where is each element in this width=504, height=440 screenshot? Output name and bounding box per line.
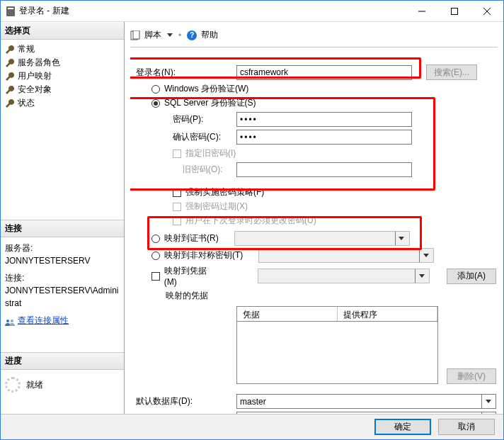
wrench-icon <box>5 98 15 108</box>
wrench-icon <box>5 85 15 95</box>
checkbox-must-change: 用户在下次登录时必须更改密码(U) <box>132 215 496 227</box>
old-password-label: 旧密码(O): <box>132 164 236 176</box>
cred-table-body[interactable] <box>236 322 438 384</box>
radio-map-asym[interactable]: 映射到非对称密钥(T) <box>132 248 496 263</box>
chevron-down-icon <box>399 237 404 240</box>
status-text: 就绪 <box>26 379 43 391</box>
minimize-button[interactable] <box>406 1 438 21</box>
nav-label: 安全对象 <box>18 84 52 96</box>
app-icon <box>6 6 15 16</box>
checkbox-label: 用户在下次登录时必须更改密码(U) <box>185 215 316 227</box>
left-panel: 选择页 常规 服务器角色 用户映射 安全对象 状态 连接 服务器: JONNYT… <box>1 22 125 414</box>
checkbox-map-cred[interactable]: 映射到凭据(M) 添加(A) <box>132 265 496 287</box>
nav-server-roles[interactable]: 服务器角色 <box>4 56 121 69</box>
people-icon <box>5 317 15 324</box>
radio-map-cert[interactable]: 映射到证书(R) <box>132 231 496 246</box>
svg-rect-7 <box>133 30 139 39</box>
th-provider: 提供程序 <box>338 307 438 321</box>
wrench-icon <box>5 45 15 55</box>
script-icon <box>130 30 140 40</box>
right-panel: 脚本 • ? 帮助 登录名(N): 搜索(E)... Windows 身份验证(… <box>125 22 503 414</box>
window-title: 登录名 - 新建 <box>19 5 406 17</box>
help-icon: ? <box>187 30 197 40</box>
chevron-down-icon <box>486 400 491 403</box>
remove-button[interactable]: 删除(V) <box>447 368 496 384</box>
svg-rect-1 <box>452 8 458 14</box>
nav-user-mapping[interactable]: 用户映射 <box>4 69 121 83</box>
add-button[interactable]: 添加(A) <box>447 269 496 284</box>
radio-label: 映射到证书(R) <box>164 232 219 244</box>
wrench-icon <box>5 58 15 68</box>
radio-windows-auth[interactable]: Windows 身份验证(W) <box>132 83 496 95</box>
checkbox-icon <box>173 217 181 225</box>
ok-button[interactable]: 确定 <box>374 419 431 435</box>
checkbox-label: 强制密码过期(X) <box>185 201 248 213</box>
radio-label: 映射到非对称密钥(T) <box>164 249 243 261</box>
checkbox-enforce-policy[interactable]: 强制实施密码策略(F) <box>132 186 496 198</box>
confirm-password-label: 确认密码(C): <box>132 131 236 143</box>
cancel-button[interactable]: 取消 <box>438 419 495 435</box>
default-lang-combo[interactable]: <默认> <box>236 412 496 414</box>
nav-label: 常规 <box>18 43 35 55</box>
dialog-footer: 确定 取消 <box>1 414 503 439</box>
combo-value: master <box>240 397 481 407</box>
login-new-window: 登录名 - 新建 选择页 常规 服务器角色 用户映射 安全对象 状态 连接 服务… <box>0 0 504 440</box>
login-name-input[interactable] <box>236 65 412 80</box>
conn-value: JONNYTESTERSERV\Administrat <box>5 284 120 310</box>
help-label[interactable]: 帮助 <box>201 29 218 41</box>
radio-sql-auth[interactable]: SQL Server 身份验证(S) <box>132 97 496 109</box>
nav-label: 状态 <box>18 97 35 109</box>
wrench-icon <box>5 72 15 81</box>
progress-header: 进度 <box>1 352 124 370</box>
connection-header: 连接 <box>1 220 124 237</box>
checkbox-icon <box>173 203 181 211</box>
close-button[interactable] <box>471 1 503 21</box>
connection-block: 服务器: JONNYTESTERSERV 连接: JONNYTESTERSERV… <box>1 237 124 331</box>
nav-status[interactable]: 状态 <box>4 96 121 110</box>
svg-point-5 <box>11 320 13 322</box>
maximize-button[interactable] <box>438 1 471 21</box>
password-input[interactable] <box>236 112 412 127</box>
cred-combo <box>258 269 430 283</box>
checkbox-specify-old: 指定旧密码(I) <box>132 147 496 159</box>
view-connection-props-link[interactable]: 查看连接属性 <box>18 314 69 327</box>
radio-icon <box>151 235 160 243</box>
mapped-cred-label: 映射的凭据 <box>132 290 496 302</box>
nav-general[interactable]: 常规 <box>4 43 121 56</box>
svg-point-4 <box>6 320 9 322</box>
cert-combo <box>234 231 410 246</box>
radio-icon <box>151 252 160 260</box>
login-name-label: 登录名(N): <box>132 67 236 79</box>
checkbox-enforce-expire: 强制密码过期(X) <box>132 201 496 213</box>
server-value: JONNYTESTERSERV <box>5 254 120 267</box>
select-page-header: 选择页 <box>1 22 124 40</box>
default-db-label: 默认数据库(D): <box>132 395 236 407</box>
script-dropdown-icon[interactable] <box>167 33 173 37</box>
nav-label: 用户映射 <box>18 70 52 82</box>
nav-list: 常规 服务器角色 用户映射 安全对象 状态 <box>1 40 124 115</box>
search-button[interactable]: 搜索(E)... <box>426 64 477 80</box>
server-label: 服务器: <box>5 242 120 254</box>
th-cred: 凭据 <box>237 307 338 321</box>
confirm-password-input[interactable] <box>236 130 412 145</box>
titlebar: 登录名 - 新建 <box>1 1 503 22</box>
nav-label: 服务器角色 <box>18 57 60 69</box>
default-db-combo[interactable]: master <box>236 394 496 409</box>
radio-label: SQL Server 身份验证(S) <box>164 97 256 109</box>
body: 选择页 常规 服务器角色 用户映射 安全对象 状态 连接 服务器: JONNYT… <box>1 22 503 414</box>
checkbox-icon <box>173 150 181 158</box>
toolbar: 脚本 • ? 帮助 <box>130 26 498 47</box>
default-lang-label: 默认语言(G): <box>132 413 236 414</box>
chevron-down-icon <box>423 254 429 257</box>
nav-securables[interactable]: 安全对象 <box>4 83 121 96</box>
checkbox-icon <box>173 188 181 197</box>
cred-table-header: 凭据 提供程序 <box>236 306 438 322</box>
script-label[interactable]: 脚本 <box>144 29 161 41</box>
combo-value: <默认> <box>240 413 481 414</box>
checkbox-label: 强制实施密码策略(F) <box>185 186 264 198</box>
conn-label: 连接: <box>5 271 120 284</box>
chevron-down-icon <box>419 274 425 278</box>
form-area: 登录名(N): 搜索(E)... Windows 身份验证(W) SQL Ser… <box>130 47 498 414</box>
spinner-icon <box>5 377 21 393</box>
progress-area: 就绪 <box>1 370 124 400</box>
